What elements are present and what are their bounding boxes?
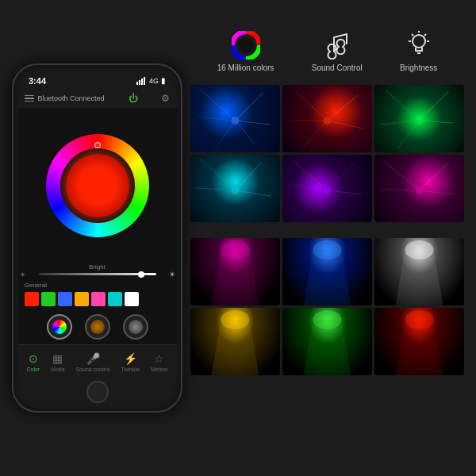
power-icon[interactable]: ⏻ <box>129 93 138 104</box>
svg-line-20 <box>328 121 363 129</box>
brightness-label: Bright <box>28 263 167 271</box>
color-wheel-svg <box>232 31 260 60</box>
grey-circle-icon <box>129 320 143 334</box>
nav-sound[interactable]: 🎤 Sound control <box>75 352 109 372</box>
grid-cell-purple-fiber <box>282 155 372 222</box>
grid-cell-magenta-spot <box>190 238 280 305</box>
nav-color[interactable]: ⊙ Color <box>26 352 40 372</box>
nav-mode[interactable]: ▦ Mode <box>51 352 65 372</box>
hamburger-icon[interactable] <box>25 95 34 102</box>
mode-circle-2[interactable] <box>85 314 110 340</box>
music-note-icon <box>322 30 352 60</box>
rainbow-circle-icon <box>52 320 67 334</box>
color-wheel[interactable] <box>46 134 149 237</box>
spot-svg-green <box>282 308 372 375</box>
swatch-cyan[interactable] <box>108 292 122 306</box>
settings-icon[interactable]: ⚙ <box>161 93 170 104</box>
meteor-nav-icon: ☆ <box>154 352 164 365</box>
svg-line-7 <box>412 34 413 36</box>
svg-marker-55 <box>396 320 443 375</box>
grid-cell-white-spot <box>374 238 464 305</box>
svg-marker-49 <box>396 250 443 305</box>
mode-nav-label: Mode <box>51 367 65 372</box>
brightness-slider-thumb[interactable] <box>138 271 144 278</box>
color-nav-icon: ⊙ <box>29 352 38 365</box>
grid-cell-red-spot <box>374 308 464 375</box>
feature-color: 16 Million colors <box>217 30 274 72</box>
svg-line-37 <box>328 190 363 194</box>
phone-status-icons: 4G ▮ <box>136 76 166 85</box>
grid-cell-cyan-fiber <box>190 155 280 222</box>
phone-home-button[interactable] <box>86 381 109 403</box>
nav-twinkle[interactable]: ⚡ Twinkle <box>121 352 140 372</box>
svg-line-26 <box>420 121 454 123</box>
color-swatches <box>25 292 171 306</box>
svg-point-2 <box>413 35 425 48</box>
feature-sound: Sound Control <box>312 30 363 72</box>
swatch-white[interactable] <box>125 292 139 306</box>
mode-circle-1[interactable] <box>47 314 72 340</box>
twinkle-nav-icon: ⚡ <box>124 352 137 365</box>
feature-color-label: 16 Million colors <box>217 63 274 72</box>
svg-line-34 <box>294 160 328 190</box>
warm-circle-icon <box>90 320 105 334</box>
feature-sound-label: Sound Control <box>312 63 363 72</box>
mode-circle-3[interactable] <box>123 314 148 340</box>
feature-brightness-label: Brightness <box>400 63 437 72</box>
fiber-lines-red-svg <box>282 85 372 152</box>
svg-line-29 <box>200 159 236 190</box>
screen-header: Bluetooth Connected ⏻ ⚙ <box>18 89 177 108</box>
mode-circles <box>18 309 177 344</box>
feature-icons-row: 16 Million colors Sound Control <box>190 24 464 79</box>
swatch-blue[interactable] <box>58 292 72 306</box>
swatch-orange[interactable] <box>75 292 89 306</box>
wheel-selector-dot <box>94 142 101 148</box>
svg-line-14 <box>216 121 236 148</box>
feature-brightness: Brightness <box>400 30 437 72</box>
signal-icon <box>136 77 145 85</box>
grid-cell-green-spot <box>282 308 372 375</box>
network-label: 4G <box>149 77 159 85</box>
sound-nav-label: Sound control <box>75 367 109 372</box>
svg-marker-51 <box>212 320 259 375</box>
svg-line-13 <box>236 121 271 125</box>
grid-cell-blue-fiber <box>190 85 280 152</box>
grid-divider <box>190 228 464 232</box>
color-center <box>66 154 129 217</box>
slider-wrapper: ☀ ☀ <box>28 273 167 275</box>
fiber-optic-grid <box>190 85 464 222</box>
bluetooth-status: Bluetooth Connected <box>38 94 105 102</box>
svg-point-1 <box>238 37 254 53</box>
battery-icon: ▮ <box>161 76 166 85</box>
svg-line-41 <box>381 190 420 190</box>
brightness-slider-track[interactable] <box>39 273 156 275</box>
sun-dim-icon: ☀ <box>20 271 25 278</box>
svg-line-39 <box>384 161 420 190</box>
bulb-icon <box>404 30 434 60</box>
svg-line-25 <box>381 121 420 125</box>
swatch-pink[interactable] <box>91 292 106 306</box>
svg-marker-47 <box>304 250 351 305</box>
nav-meteor[interactable]: ☆ Meteor <box>151 352 168 372</box>
grid-cell-magenta-fiber <box>374 155 464 222</box>
svg-point-22 <box>324 117 332 125</box>
spotlight-grid <box>190 238 464 375</box>
svg-line-31 <box>196 188 236 190</box>
svg-line-35 <box>328 163 355 190</box>
color-wheel-icon <box>231 30 261 60</box>
swatch-red[interactable] <box>25 292 39 306</box>
brightness-section: Bright ☀ ☀ <box>18 260 177 278</box>
color-wheel-area[interactable] <box>18 108 177 260</box>
svg-point-38 <box>324 186 332 194</box>
svg-line-10 <box>200 89 236 121</box>
swatch-green[interactable] <box>41 292 56 306</box>
svg-line-11 <box>236 93 263 121</box>
phone-screen: Bluetooth Connected ⏻ ⚙ Bright <box>18 89 177 378</box>
fiber-lines-cyan-svg <box>190 155 280 222</box>
music-note-svg <box>324 31 350 60</box>
svg-point-43 <box>416 186 424 194</box>
svg-line-15 <box>236 121 255 144</box>
svg-line-32 <box>236 190 271 196</box>
svg-line-12 <box>196 117 236 121</box>
sound-nav-icon: 🎤 <box>86 352 100 365</box>
